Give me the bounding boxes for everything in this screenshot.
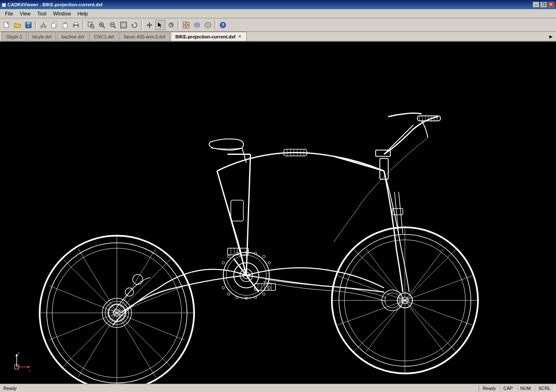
- tab-bachoe[interactable]: bachoe.dxf: [57, 32, 88, 41]
- sep2: [83, 20, 84, 30]
- menu-file[interactable]: File: [2, 10, 16, 18]
- zoom-window-button[interactable]: +: [86, 20, 96, 30]
- svg-point-17: [77, 25, 78, 25]
- svg-line-7: [42, 24, 43, 26]
- status-text: Ready: [2, 386, 479, 391]
- svg-rect-11: [52, 23, 56, 28]
- about-button[interactable]: ?: [218, 20, 228, 30]
- svg-rect-15: [74, 26, 78, 28]
- svg-rect-29: [121, 22, 126, 28]
- tabbar: Glyph-1 bicyle.dxf bachoe.dxf CNC1.dxf f…: [0, 32, 556, 42]
- svg-line-8: [43, 24, 45, 26]
- tab-bicyle-label: bicyle.dxf: [33, 34, 52, 39]
- tab-bike-close[interactable]: ✕: [237, 34, 242, 39]
- svg-marker-32: [147, 22, 152, 28]
- restore-button[interactable]: ❐: [540, 2, 547, 8]
- snap-button[interactable]: [181, 20, 191, 30]
- zoom-all-button[interactable]: [119, 20, 129, 30]
- rotate-button[interactable]: [129, 20, 139, 30]
- select-button[interactable]: [155, 20, 165, 30]
- titlebar-left: ▣ CADKitViewer - BIKE-projection-current…: [2, 2, 103, 8]
- menu-help[interactable]: Help: [74, 10, 91, 18]
- titlebar: ▣ CADKitViewer - BIKE-projection-current…: [0, 0, 556, 9]
- paste-button[interactable]: [60, 20, 70, 30]
- toolbar: + ?: [0, 18, 556, 32]
- svg-rect-52: [0, 54, 556, 372]
- titlebar-controls[interactable]: – ❐ ✕: [533, 2, 554, 8]
- status-num: NUM: [517, 385, 535, 391]
- svg-line-23: [103, 26, 105, 28]
- tab-bachoe-label: bachoe.dxf: [61, 34, 84, 39]
- svg-point-5: [41, 26, 43, 28]
- svg-point-38: [185, 24, 187, 26]
- sep3: [141, 20, 143, 30]
- status-panels: Ready CAP NUM SCRL: [479, 385, 554, 391]
- pan-button[interactable]: [144, 20, 154, 30]
- svg-marker-33: [158, 22, 162, 28]
- svg-rect-12: [63, 23, 67, 28]
- measure-button[interactable]: [166, 20, 176, 30]
- menu-window[interactable]: Window: [50, 10, 74, 18]
- menu-view[interactable]: View: [16, 10, 34, 18]
- close-button[interactable]: ✕: [548, 2, 554, 8]
- menubar: File View Tool Window Help: [0, 9, 556, 18]
- axis-indicator: Y X: [8, 350, 33, 375]
- svg-rect-16: [74, 23, 78, 25]
- status-ready: Ready: [479, 385, 500, 391]
- sep4: [178, 20, 179, 30]
- tab-glyph1-label: Glyph-1: [6, 34, 23, 39]
- svg-text:+: +: [90, 23, 92, 26]
- open-button[interactable]: [13, 20, 23, 30]
- app-icon: ▣: [2, 2, 6, 8]
- app-title: CADKitViewer - BIKE-projection-current.d…: [8, 2, 103, 7]
- sep5: [215, 20, 216, 30]
- tab-glyph1[interactable]: Glyph-1: [2, 32, 27, 41]
- svg-rect-13: [64, 23, 66, 24]
- zoom-out-button[interactable]: [108, 20, 118, 30]
- svg-rect-2: [27, 22, 30, 24]
- svg-rect-30: [122, 23, 125, 27]
- svg-text:?: ?: [222, 23, 224, 28]
- svg-rect-4: [27, 25, 30, 27]
- tab-fanuc-label: fanuc-430-arm-2.dxf: [124, 34, 165, 39]
- tab-bike-label: BIKE-projection-current.dxf: [175, 34, 235, 39]
- zoom-in-button[interactable]: [97, 20, 107, 30]
- status-scrl: SCRL: [535, 385, 554, 391]
- cad-drawing: [0, 42, 556, 384]
- save-button[interactable]: [23, 20, 33, 30]
- svg-text:X: X: [28, 369, 31, 373]
- tab-cnc1[interactable]: CNC1.dxf: [89, 32, 119, 41]
- tab-bicyle[interactable]: bicyle.dxf: [28, 32, 56, 41]
- cad-viewport[interactable]: Y X: [0, 42, 556, 384]
- sep1: [35, 20, 37, 30]
- menu-tool[interactable]: Tool: [34, 10, 50, 18]
- svg-point-45: [195, 25, 200, 27]
- status-cap: CAP: [500, 385, 517, 391]
- tab-bike[interactable]: BIKE-projection-current.dxf ✕: [171, 32, 247, 41]
- svg-marker-31: [132, 24, 134, 25]
- copy-button[interactable]: [49, 20, 59, 30]
- print-button[interactable]: [71, 20, 81, 30]
- svg-line-20: [94, 28, 94, 28]
- svg-line-27: [114, 26, 116, 28]
- tab-cnc1-label: CNC1.dxf: [94, 34, 114, 39]
- tab-fanuc[interactable]: fanuc-430-arm-2.dxf: [119, 32, 170, 41]
- tab-scroll-right[interactable]: ▶: [548, 32, 554, 41]
- cut-button[interactable]: [38, 20, 48, 30]
- new-button[interactable]: [2, 20, 12, 30]
- svg-marker-166: [28, 366, 30, 368]
- svg-text:Y: Y: [18, 352, 20, 355]
- 3dview-button[interactable]: [203, 20, 213, 30]
- svg-point-6: [44, 26, 46, 28]
- minimize-button[interactable]: –: [533, 2, 539, 8]
- layers-button[interactable]: [192, 20, 202, 30]
- statusbar: Ready Ready CAP NUM SCRL: [0, 384, 556, 392]
